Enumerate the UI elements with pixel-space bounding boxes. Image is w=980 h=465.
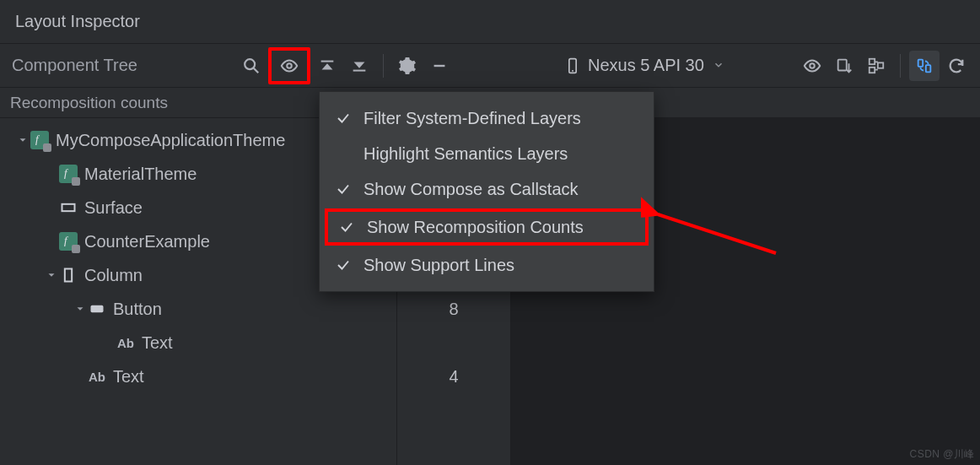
compose-icon — [59, 232, 78, 251]
svg-rect-16 — [65, 269, 72, 282]
compose-icon — [30, 131, 49, 149]
check-icon — [338, 219, 355, 235]
tree-label: Button — [113, 300, 162, 319]
refresh-pair-icon[interactable] — [909, 51, 940, 81]
visibility-button-highlight — [268, 47, 310, 84]
watermark: CSDN @川峰 — [909, 447, 975, 462]
menu-item-label: Show Compose as Callstack — [363, 180, 579, 199]
tree-expander[interactable] — [73, 303, 88, 315]
svg-rect-14 — [926, 65, 931, 72]
tree-row[interactable]: Text — [0, 326, 396, 360]
tree-label: Column — [84, 266, 143, 285]
svg-rect-12 — [878, 62, 883, 68]
svg-line-1 — [254, 68, 259, 73]
tree-row[interactable]: Button — [0, 292, 396, 326]
tree-label: CounterExample — [84, 232, 210, 251]
text-icon — [116, 333, 135, 352]
check-icon — [335, 257, 352, 273]
svg-rect-15 — [62, 204, 75, 211]
chevron-down-icon — [713, 56, 724, 75]
annotation-arrow — [641, 194, 784, 262]
svg-rect-3 — [321, 60, 334, 62]
eye-icon[interactable] — [272, 51, 307, 81]
separator — [900, 54, 901, 78]
svg-rect-17 — [91, 305, 104, 312]
menu-item[interactable]: Show Support Lines — [320, 247, 654, 283]
title-text: Layout Inspector — [15, 12, 140, 31]
svg-rect-4 — [353, 69, 366, 71]
tree-expander[interactable] — [15, 134, 30, 146]
menu-item-label: Filter System-Defined Layers — [363, 109, 581, 128]
recomposition-count — [397, 326, 510, 360]
gear-icon[interactable] — [392, 51, 423, 81]
check-icon — [335, 111, 352, 126]
expand-icon[interactable] — [344, 51, 374, 81]
button-icon — [88, 300, 106, 318]
device-label: Nexus 5 API 30 — [588, 56, 704, 75]
svg-rect-13 — [918, 60, 923, 67]
menu-item[interactable]: Filter System-Defined Layers — [320, 100, 654, 136]
eye-icon[interactable] — [797, 51, 827, 81]
svg-point-2 — [287, 63, 292, 68]
svg-rect-11 — [870, 68, 875, 73]
tree-label: Text — [113, 367, 144, 387]
window-title: Layout Inspector — [0, 0, 980, 44]
rect-icon — [59, 198, 78, 217]
check-icon — [335, 181, 352, 197]
device-selector[interactable]: Nexus 5 API 30 — [556, 56, 733, 75]
tree-row[interactable]: Text — [0, 360, 396, 393]
tree-label: Text — [142, 333, 173, 353]
search-icon[interactable] — [236, 51, 267, 81]
minimize-icon[interactable] — [424, 51, 455, 81]
svg-point-8 — [810, 63, 815, 68]
menu-item-label: Show Recomposition Counts — [367, 218, 584, 237]
menu-item[interactable]: Show Recomposition Counts — [325, 208, 649, 246]
separator — [383, 54, 384, 78]
menu-item[interactable]: Show Compose as Callstack — [320, 171, 654, 207]
panel-title: Component Tree — [0, 56, 236, 75]
compose-icon — [59, 165, 78, 183]
export-icon[interactable] — [829, 51, 859, 81]
tree-label: MyComposeApplicationTheme — [56, 131, 285, 150]
view-options-menu: Filter System-Defined LayersHighlight Se… — [319, 91, 654, 292]
nav-tree-icon[interactable] — [861, 51, 891, 81]
refresh-icon[interactable] — [941, 51, 972, 81]
text-icon — [88, 367, 106, 386]
svg-rect-10 — [870, 59, 875, 64]
menu-item-label: Highlight Semantics Layers — [363, 144, 568, 164]
tree-label: MaterialTheme — [84, 165, 197, 184]
svg-point-0 — [245, 59, 255, 69]
left-toolbar — [236, 47, 455, 84]
column-icon — [59, 266, 78, 284]
collapse-icon[interactable] — [312, 51, 342, 81]
svg-rect-9 — [838, 60, 847, 71]
subheader-label: Recomposition counts — [10, 94, 168, 112]
svg-line-18 — [658, 214, 776, 253]
tree-expander[interactable] — [44, 269, 59, 281]
menu-item-label: Show Support Lines — [363, 256, 514, 275]
menu-item[interactable]: Highlight Semantics Layers — [320, 136, 654, 171]
right-toolbar — [797, 47, 972, 84]
recomposition-count: 8 — [397, 292, 510, 326]
recomposition-count: 4 — [397, 360, 510, 393]
tree-label: Surface — [84, 198, 143, 218]
